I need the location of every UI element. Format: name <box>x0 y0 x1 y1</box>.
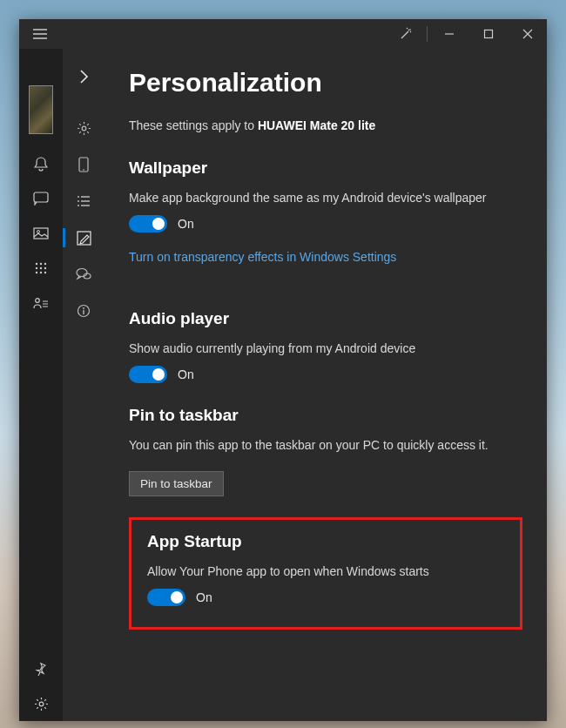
audio-description: Show audio currently playing from my And… <box>129 340 522 357</box>
startup-toggle[interactable] <box>147 589 185 606</box>
magic-wand-icon[interactable] <box>386 19 425 49</box>
svg-point-4 <box>37 231 40 233</box>
subtitle-prefix: These settings apply to <box>129 118 258 132</box>
left-rail <box>19 49 63 721</box>
svg-rect-2 <box>34 192 48 202</box>
titlebar-divider <box>427 26 428 42</box>
svg-point-7 <box>44 263 46 265</box>
page-subtitle: These settings apply to HUAWEI Mate 20 l… <box>129 118 522 132</box>
audio-toggle-label: On <box>178 367 194 381</box>
svg-point-10 <box>44 267 46 269</box>
feedback-icon[interactable] <box>63 256 104 293</box>
pin-heading: Pin to taskbar <box>129 406 522 425</box>
svg-point-13 <box>44 272 46 273</box>
close-button[interactable] <box>508 19 547 49</box>
messages-icon[interactable] <box>20 181 62 216</box>
about-icon[interactable] <box>63 293 104 329</box>
wallpaper-toggle-label: On <box>178 217 194 231</box>
svg-point-6 <box>40 263 42 265</box>
svg-point-5 <box>36 263 37 265</box>
contacts-icon[interactable] <box>20 286 62 320</box>
svg-point-12 <box>40 272 42 273</box>
minimize-button[interactable] <box>429 19 468 49</box>
audio-heading: Audio player <box>129 309 522 328</box>
svg-point-14 <box>36 299 40 303</box>
page-title: Personalization <box>129 68 522 98</box>
app-startup-section: App Startup Allow Your Phone app to open… <box>129 517 522 630</box>
personalization-icon[interactable] <box>63 219 104 256</box>
features-list-icon[interactable] <box>63 183 104 219</box>
pin-section: Pin to taskbar You can pin this app to t… <box>129 406 522 496</box>
dialpad-icon[interactable] <box>20 251 62 286</box>
startup-heading: App Startup <box>147 532 504 551</box>
wallpaper-heading: Wallpaper <box>129 158 522 178</box>
wallpaper-description: Make app background the same as my Andro… <box>129 190 522 206</box>
photos-icon[interactable] <box>20 216 62 251</box>
transparency-link[interactable]: Turn on transparency effects in Windows … <box>129 250 396 264</box>
startup-toggle-label: On <box>196 590 212 604</box>
svg-point-20 <box>77 269 87 277</box>
pin-description: You can pin this app to the taskbar on y… <box>129 437 522 454</box>
svg-point-11 <box>36 272 37 273</box>
device-thumbnail[interactable] <box>29 85 53 134</box>
svg-point-23 <box>83 307 84 309</box>
notifications-icon[interactable] <box>20 146 62 181</box>
svg-rect-1 <box>484 30 492 38</box>
audio-section: Audio player Show audio currently playin… <box>129 309 522 383</box>
wallpaper-section: Wallpaper Make app background the same a… <box>129 158 522 286</box>
svg-point-0 <box>409 29 411 30</box>
device-icon[interactable] <box>63 146 104 183</box>
svg-rect-3 <box>34 228 48 239</box>
settings-icon[interactable] <box>20 686 62 721</box>
back-button[interactable] <box>63 59 104 94</box>
content-area: Personalization These settings apply to … <box>104 49 547 721</box>
wallpaper-toggle[interactable] <box>129 215 167 233</box>
svg-point-15 <box>39 702 44 706</box>
app-window: Personalization These settings apply to … <box>19 19 547 721</box>
maximize-button[interactable] <box>468 19 508 49</box>
pin-to-taskbar-button[interactable]: Pin to taskbar <box>129 471 224 496</box>
audio-toggle[interactable] <box>129 366 167 383</box>
device-name: HUAWEI Mate 20 lite <box>258 118 375 132</box>
svg-point-9 <box>40 267 42 269</box>
svg-point-16 <box>82 126 86 131</box>
titlebar <box>19 19 547 49</box>
pin-icon[interactable] <box>20 651 62 686</box>
svg-point-8 <box>36 267 37 269</box>
settings-submenu <box>63 49 104 721</box>
svg-rect-24 <box>83 310 84 314</box>
startup-description: Allow Your Phone app to open when Window… <box>147 563 504 580</box>
general-settings-icon[interactable] <box>63 110 104 146</box>
hamburger-menu-button[interactable] <box>19 19 61 49</box>
